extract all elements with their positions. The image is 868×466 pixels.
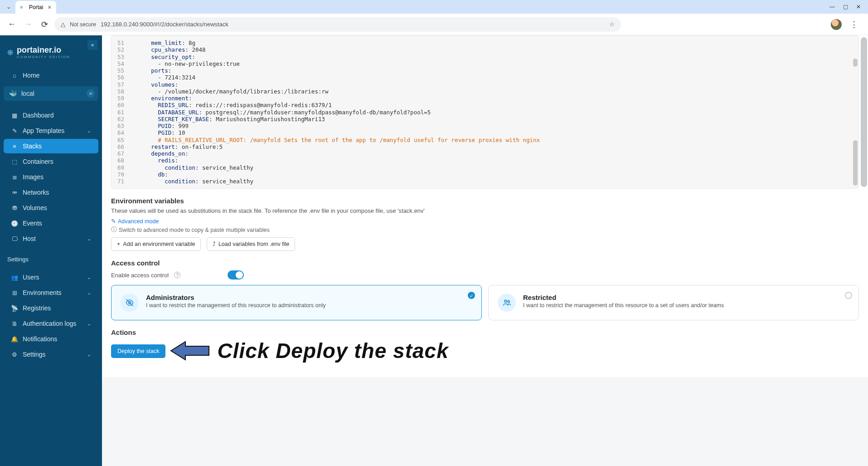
card-title: Restricted — [523, 294, 724, 301]
code-editor[interactable]: 51 mem_limit: 8g52 cpu_shares: 204853 se… — [111, 35, 859, 189]
code-text: REDIS_URL: redis://:redispass@manyfold-r… — [131, 102, 332, 108]
code-text: redis: — [131, 157, 178, 164]
tab-close-icon[interactable]: × — [48, 4, 51, 11]
sidebar-item-containers[interactable]: ⬚Containers — [4, 154, 98, 169]
sidebar-item-label: Volumes — [23, 204, 47, 211]
deploy-stack-button[interactable]: Deploy the stack — [111, 344, 165, 358]
code-text: ports: — [131, 67, 171, 74]
tab-dropdown-icon[interactable]: ⌄ — [6, 4, 11, 10]
access-control-toggle[interactable] — [228, 270, 244, 280]
sidebar-item-users[interactable]: 👥Users⌄ — [4, 270, 98, 285]
minimize-icon[interactable]: — — [829, 4, 835, 10]
line-number: 69 — [112, 164, 131, 171]
advanced-mode-link[interactable]: ✎ Advanced mode — [111, 218, 159, 225]
not-secure-icon: △ — [61, 21, 65, 28]
line-number: 66 — [112, 143, 131, 150]
browser-menu-icon[interactable]: ⋮ — [850, 20, 858, 29]
env-vars-heading: Environment variables — [111, 197, 859, 205]
line-number: 59 — [112, 95, 131, 102]
browser-toolbar: ← → ⟳ △ Not secure 192.168.0.240:9000/#!… — [0, 14, 868, 35]
sidebar-collapse-button[interactable]: « — [87, 40, 97, 50]
card-desc: I want to restrict the management of thi… — [523, 302, 724, 309]
forward-button[interactable]: → — [22, 18, 34, 31]
stacks-icon: ≡ — [11, 143, 18, 150]
home-icon: ⌂ — [11, 72, 18, 79]
reload-button[interactable]: ⟳ — [38, 18, 51, 31]
code-text: depends_on: — [131, 150, 189, 157]
sidebar-item-label: Environments — [23, 289, 62, 296]
sidebar-item-environments[interactable]: ⊞Environments⌄ — [4, 285, 98, 300]
chevron-down-icon: ⌄ — [87, 236, 91, 242]
back-button[interactable]: ← — [5, 18, 18, 31]
svg-marker-4 — [171, 342, 209, 360]
sidebar-item-images[interactable]: ≣Images — [4, 170, 98, 184]
line-number: 71 — [112, 178, 131, 185]
app-templates-icon: ✎ — [11, 128, 18, 134]
browser-titlebar: ⌄ ⎈ Portai × — ▢ ✕ — [0, 0, 868, 14]
editor-scrollbar-thumb-top[interactable] — [853, 59, 858, 67]
code-text: volumes: — [131, 81, 178, 88]
chevron-down-icon: ⌄ — [87, 275, 91, 280]
advanced-hint-text: Switch to advanced mode to copy & paste … — [119, 227, 270, 233]
address-bar[interactable]: △ Not secure 192.168.0.240:9000/#!/2/doc… — [54, 17, 621, 32]
add-env-var-button[interactable]: + Add an environment variable — [111, 237, 201, 251]
chevron-down-icon: ⌄ — [87, 128, 91, 134]
card-title: Administrators — [146, 294, 326, 301]
sidebar-item-notifications[interactable]: 🔔Notifications — [4, 332, 98, 346]
svg-point-2 — [504, 300, 507, 302]
access-card-restricted[interactable]: Restricted I want to restrict the manage… — [488, 285, 859, 320]
registries-icon: 📡 — [11, 305, 18, 312]
code-text: db: — [131, 171, 168, 178]
env-close-icon[interactable]: × — [87, 89, 95, 98]
browser-tab[interactable]: ⎈ Portai × — [15, 1, 56, 14]
docker-icon: 🐳 — [9, 90, 17, 97]
sidebar-item-settings[interactable]: ⚙Settings⌄ — [4, 347, 98, 362]
sidebar-item-label: App Templates — [23, 127, 64, 134]
brand: ⎈ portainer.io COMMUNITY EDITION — [0, 39, 102, 67]
sidebar-item-home[interactable]: ⌂ Home — [4, 68, 98, 83]
load-env-file-button[interactable]: ⤴ Load variables from .env file — [207, 237, 295, 251]
dashboard-icon: ▦ — [11, 112, 18, 119]
sidebar-item-app-templates[interactable]: ✎App Templates⌄ — [4, 123, 98, 138]
sidebar-item-stacks[interactable]: ≡Stacks — [4, 139, 98, 153]
sidebar-item-host[interactable]: 🖵Host⌄ — [4, 231, 98, 246]
code-line: 52 cpu_shares: 2048 — [112, 46, 858, 53]
sidebar-item-networks[interactable]: ⚮Networks — [4, 185, 98, 200]
page-scrollbar[interactable] — [861, 37, 867, 187]
sidebar-item-label: Networks — [23, 189, 49, 196]
sidebar-item-registries[interactable]: 📡Registries — [4, 301, 98, 315]
environment-selector[interactable]: 🐳 local × — [4, 86, 98, 101]
code-text: - no-new-privileges:true — [131, 60, 240, 67]
code-line: 59 environment: — [112, 95, 858, 102]
editor-scrollbar-thumb[interactable] — [853, 140, 858, 186]
maximize-icon[interactable]: ▢ — [843, 4, 848, 10]
bookmark-icon[interactable]: ☆ — [609, 21, 615, 28]
code-text: environment: — [131, 95, 192, 102]
sidebar-item-authentication-logs[interactable]: 🗎Authentication logs⌄ — [4, 316, 98, 331]
notifications-icon: 🔔 — [11, 336, 18, 343]
plus-icon: + — [117, 241, 120, 247]
code-line: 67 depends_on: — [112, 150, 858, 157]
profile-avatar[interactable] — [831, 19, 842, 30]
actions-heading: Actions — [111, 329, 859, 336]
sidebar-item-label: Notifications — [23, 335, 57, 343]
help-icon[interactable]: ? — [174, 272, 180, 278]
sidebar-item-label: Users — [23, 274, 39, 281]
line-number: 68 — [112, 157, 131, 164]
svg-point-3 — [508, 301, 509, 303]
access-card-administrators[interactable]: Administrators I want to restrict the ma… — [111, 285, 482, 320]
sidebar-item-label: Containers — [23, 158, 53, 165]
sidebar-item-volumes[interactable]: ⛃Volumes — [4, 201, 98, 215]
sidebar-item-dashboard[interactable]: ▦Dashboard — [4, 108, 98, 123]
close-window-icon[interactable]: ✕ — [856, 4, 861, 10]
sidebar-item-label: Dashboard — [23, 112, 54, 119]
brand-name: portainer.io — [17, 45, 61, 54]
code-line: 55 ports: — [112, 67, 858, 74]
host-icon: 🖵 — [11, 235, 18, 242]
sidebar-item-events[interactable]: 🕘Events — [4, 216, 98, 231]
sidebar-item-label: Events — [23, 220, 42, 227]
settings-icon: ⚙ — [11, 351, 18, 358]
code-line: 51 mem_limit: 8g — [112, 39, 858, 46]
card-desc: I want to restrict the management of thi… — [146, 302, 326, 309]
url-text: 192.168.0.240:9000/#!/2/docker/stacks/ne… — [101, 21, 228, 28]
